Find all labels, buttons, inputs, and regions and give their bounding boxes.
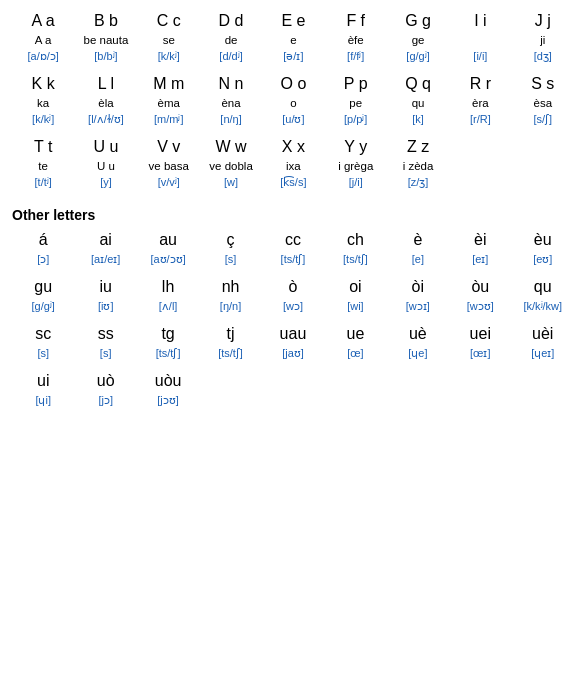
letter-main xyxy=(449,134,511,158)
other-letter-main: uòu xyxy=(137,368,199,392)
letter-sub: èna xyxy=(200,95,262,111)
other-letter-main: ss xyxy=(74,321,136,345)
other-letter-ipa: [s] xyxy=(12,345,74,362)
letter-sub: èma xyxy=(138,95,200,111)
letter-ipa: [n/ŋ] xyxy=(200,111,262,128)
other-letter-main: uau xyxy=(262,321,324,345)
letter-main: D d xyxy=(200,8,262,32)
letter-sub: o xyxy=(262,95,324,111)
letter-main: N n xyxy=(200,71,262,95)
letter-main: M m xyxy=(138,71,200,95)
letter-ipa: [dʒ] xyxy=(512,48,574,65)
other-letter-ipa: [jaʊ] xyxy=(262,345,324,362)
other-letter-ipa: [eɪ] xyxy=(449,251,511,268)
other-letter-ipa: [ʌ/l] xyxy=(137,298,199,315)
letter-ipa: [v/vʲ] xyxy=(138,174,200,191)
other-letter-ipa: [ŋ/n] xyxy=(199,298,261,315)
letter-ipa: [f/fʲ] xyxy=(325,48,387,65)
other-letter-main: ç xyxy=(199,227,261,251)
other-letter-main xyxy=(512,368,575,392)
letter-sub: èsa xyxy=(512,95,574,111)
other-letter-main: nh xyxy=(199,274,261,298)
letter-main: R r xyxy=(449,71,511,95)
other-letter-ipa: [s] xyxy=(74,345,136,362)
letter-sub: A a xyxy=(12,32,74,48)
letter-ipa: [s/ʃ] xyxy=(512,111,574,128)
letter-main: O o xyxy=(262,71,324,95)
other-letter-main: uò xyxy=(74,368,136,392)
other-letter-ipa: [ɥi] xyxy=(12,392,74,409)
letter-sub: ji xyxy=(512,32,574,48)
letter-main: S s xyxy=(512,71,574,95)
other-letter-ipa: [jɔʊ] xyxy=(137,392,199,409)
letter-main: A a xyxy=(12,8,74,32)
other-letter-main xyxy=(387,368,449,392)
letter-sub: èra xyxy=(449,95,511,111)
letter-main: J j xyxy=(512,8,574,32)
other-letter-ipa xyxy=(324,392,386,409)
other-letter-main: uè xyxy=(387,321,449,345)
letter-ipa: [p/pʲ] xyxy=(325,111,387,128)
letter-sub: U u xyxy=(74,158,137,174)
letter-sub: se xyxy=(138,32,200,48)
other-letter-ipa: [eʊ] xyxy=(512,251,575,268)
other-letter-ipa: [g/gʲ] xyxy=(12,298,74,315)
letter-sub: e xyxy=(262,32,324,48)
letter-ipa: [r/R] xyxy=(449,111,511,128)
letter-sub xyxy=(512,158,574,174)
letter-ipa xyxy=(512,174,574,191)
letter-ipa: [w] xyxy=(200,174,262,191)
letter-ipa: [m/mʲ] xyxy=(138,111,200,128)
other-letter-ipa xyxy=(449,392,511,409)
other-letter-main: òu xyxy=(449,274,511,298)
letter-main: U u xyxy=(74,134,137,158)
alphabet-section: A aB bC cD dE eF fG gI iJ jA abe nautase… xyxy=(12,8,574,415)
letter-main: B b xyxy=(74,8,137,32)
letter-sub: i grèga xyxy=(325,158,387,174)
letter-sub: qu xyxy=(387,95,449,111)
letter-sub: èfe xyxy=(325,32,387,48)
letter-sub: pe xyxy=(325,95,387,111)
other-letter-main: èu xyxy=(512,227,575,251)
other-letter-main xyxy=(262,368,324,392)
letter-main: Z z xyxy=(387,134,449,158)
letter-main: W w xyxy=(200,134,262,158)
letter-main: Y y xyxy=(325,134,387,158)
letter-ipa: [k] xyxy=(387,111,449,128)
other-letter-ipa: [s] xyxy=(199,251,261,268)
letter-main: T t xyxy=(12,134,74,158)
other-letter-ipa: [ts/tʃ] xyxy=(262,251,324,268)
other-letter-ipa: [ɥeɪ] xyxy=(512,345,575,362)
other-letter-main xyxy=(324,368,386,392)
other-letter-main: á xyxy=(12,227,74,251)
other-letter-main: è xyxy=(387,227,449,251)
other-letter-main: sc xyxy=(12,321,74,345)
other-letter-ipa: [ɔ] xyxy=(12,251,74,268)
other-letter-ipa: [k/kʲ/kw] xyxy=(512,298,575,315)
other-letter-ipa: [jɔ] xyxy=(74,392,136,409)
other-letter-ipa: [iʊ] xyxy=(74,298,136,315)
letter-ipa: [g/gʲ] xyxy=(387,48,449,65)
other-letter-ipa: [e] xyxy=(387,251,449,268)
letter-main: V v xyxy=(138,134,200,158)
other-letter-main: ch xyxy=(324,227,386,251)
letter-sub: de xyxy=(200,32,262,48)
other-letter-ipa xyxy=(199,392,261,409)
letter-main: P p xyxy=(325,71,387,95)
letter-sub: èla xyxy=(74,95,137,111)
letter-sub: ve basa xyxy=(138,158,200,174)
other-letter-ipa: [wɔɪ] xyxy=(387,298,449,315)
letter-ipa: [d/dʲ] xyxy=(200,48,262,65)
main-alphabet-table: A aB bC cD dE eF fG gI iJ jA abe nautase… xyxy=(12,8,574,197)
other-letter-ipa: [aɪ/eɪ] xyxy=(74,251,136,268)
letter-ipa: [k͡s/s] xyxy=(262,174,324,191)
other-letters-table: áaiauçccchèèièu[ɔ][aɪ/eɪ][aʊ/ɔʊ][s][ts/t… xyxy=(12,227,574,415)
other-letter-main: èi xyxy=(449,227,511,251)
other-letter-ipa: [ts/tʃ] xyxy=(324,251,386,268)
letter-main: L l xyxy=(74,71,137,95)
letter-ipa: [u/ʊ] xyxy=(262,111,324,128)
other-letter-ipa: [wi] xyxy=(324,298,386,315)
other-letter-ipa: [wɔ] xyxy=(262,298,324,315)
letter-main xyxy=(512,134,574,158)
other-letter-ipa: [ɥe] xyxy=(387,345,449,362)
